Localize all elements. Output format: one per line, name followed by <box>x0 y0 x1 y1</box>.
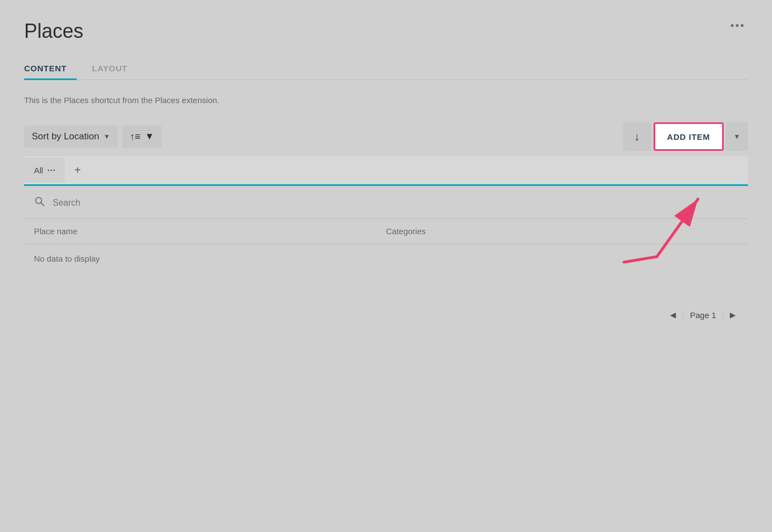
sort-order-icon: ↑≡ <box>130 131 141 143</box>
sort-dropdown[interactable]: Sort by Location ▼ <box>24 126 118 148</box>
search-input[interactable] <box>53 198 738 208</box>
filter-tabs-section: All + <box>24 156 748 186</box>
more-options-button[interactable] <box>726 20 748 31</box>
tabs-row: CONTENT LAYOUT <box>24 58 748 80</box>
pagination-next-button[interactable]: ▶ <box>723 306 742 324</box>
sort-dropdown-chevron-icon: ▼ <box>104 133 110 140</box>
sort-order-button[interactable]: ↑≡ ▼ <box>122 126 162 148</box>
column-categories: Categories <box>386 227 738 236</box>
toolbar: Sort by Location ▼ ↑≡ ▼ ↓ ADD ITEM ▼ <box>24 122 748 151</box>
page-label: Page <box>690 310 709 320</box>
filter-tabs-container: All + <box>24 156 748 186</box>
add-filter-button[interactable]: + <box>65 156 91 184</box>
pagination: ◀ Page 1 ▶ <box>24 306 748 324</box>
add-item-dropdown-chevron-icon: ▼ <box>734 133 740 140</box>
sort-dropdown-label: Sort by Location <box>32 131 99 142</box>
filter-tab-all-label: All <box>34 166 43 175</box>
tab-content[interactable]: CONTENT <box>24 58 77 80</box>
add-item-button[interactable]: ADD ITEM <box>654 122 724 151</box>
tab-layout[interactable]: LAYOUT <box>92 58 138 80</box>
sort-order-chevron-icon: ▼ <box>145 131 154 142</box>
pagination-prev-button[interactable]: ◀ <box>663 306 683 324</box>
no-data-message: No data to display <box>24 244 748 273</box>
download-button[interactable]: ↓ <box>623 122 651 151</box>
add-item-dropdown-button[interactable]: ▼ <box>726 122 748 151</box>
page-number: 1 <box>712 310 716 320</box>
pagination-info: Page 1 <box>683 310 723 320</box>
search-icon <box>34 196 45 210</box>
svg-line-1 <box>41 203 44 206</box>
description-text: This is the Places shortcut from the Pla… <box>24 95 748 105</box>
toolbar-left: Sort by Location ▼ ↑≡ ▼ <box>24 126 162 148</box>
toolbar-right: ↓ ADD ITEM ▼ <box>623 122 748 151</box>
column-place-name: Place name <box>34 227 386 236</box>
page-title: Places <box>24 20 83 43</box>
download-icon: ↓ <box>634 131 640 143</box>
table-header: Place name Categories <box>24 219 748 244</box>
search-bar <box>24 187 748 219</box>
filter-tab-all-options-icon[interactable] <box>48 169 55 171</box>
add-filter-icon: + <box>75 164 81 176</box>
filter-tab-all[interactable]: All <box>24 158 65 183</box>
